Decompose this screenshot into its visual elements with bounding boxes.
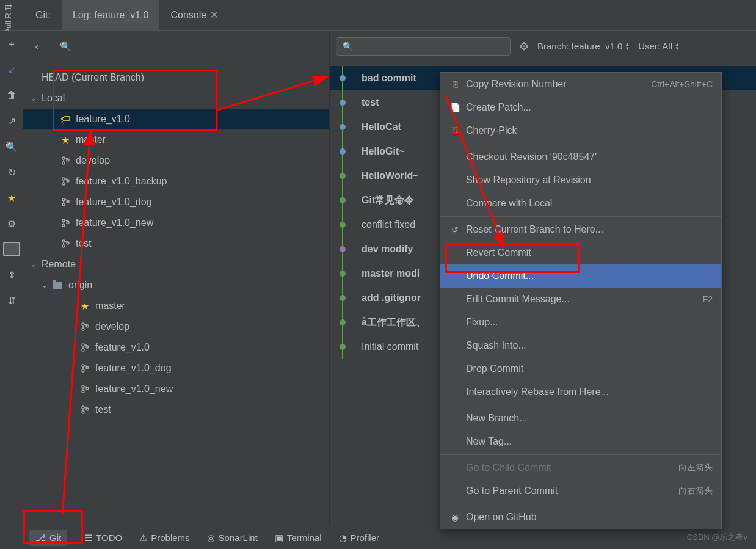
branch-filter[interactable]: Branch: feature_v1.0▲▼ [537, 41, 630, 51]
svg-point-27 [82, 406, 84, 409]
svg-point-28 [82, 411, 84, 413]
tree-local-develop[interactable]: develop [23, 150, 329, 171]
plus-icon[interactable]: ＋ [4, 37, 19, 51]
tree-remote-test[interactable]: test [23, 399, 329, 420]
expand-icon[interactable]: ⇕ [4, 267, 19, 282]
svg-point-15 [82, 323, 84, 325]
ctx-drop[interactable]: Drop Commit [440, 357, 721, 380]
ctx-copy-revision[interactable]: ⎘Copy Revision NumberCtrl+Alt+Shift+C [440, 73, 721, 96]
star-icon[interactable]: ★ [4, 191, 19, 205]
patch-icon: 📄 [449, 103, 461, 112]
tab-log[interactable]: Log: feature_v1.0 [62, 0, 160, 31]
ctx-fixup[interactable]: Fixup... [440, 311, 721, 334]
ctx-show-repo[interactable]: Show Repository at Revision [440, 169, 721, 192]
svg-point-3 [62, 178, 65, 180]
ctx-edit-message[interactable]: Edit Commit Message...F2 [440, 288, 721, 311]
svg-point-7 [62, 203, 65, 206]
context-menu: ⎘Copy Revision NumberCtrl+Alt+Shift+C 📄C… [440, 72, 722, 529]
svg-point-0 [62, 157, 65, 159]
ctx-checkout[interactable]: Checkout Revision '90c48547' [440, 145, 721, 169]
tree-local-feature_v1.0_new[interactable]: feature_v1.0_new [23, 213, 329, 233]
ctx-revert[interactable]: Revert Commit [440, 241, 721, 264]
tree-remote-feature_v1.0[interactable]: feature_v1.0 [23, 337, 329, 358]
git-label: Git: [24, 0, 62, 31]
ctx-compare[interactable]: Compare with Local [440, 192, 721, 215]
bb-profiler[interactable]: ◔ Profiler [339, 533, 380, 544]
tree-head[interactable]: HEAD (Current Branch) [23, 67, 329, 88]
tree-local-feature_v1.0[interactable]: 🏷feature_v1.0 [23, 109, 329, 129]
tree-local-feature_v1.0_dog[interactable]: feature_v1.0_dog [23, 192, 329, 213]
ctx-squash[interactable]: Squash Into... [440, 334, 721, 357]
tree-local-test[interactable]: test [23, 233, 329, 254]
github-icon: ◉ [449, 512, 461, 522]
svg-point-12 [62, 240, 65, 242]
delete-icon[interactable]: 🗑 [4, 88, 19, 103]
left-toolbar: ＋ ↙ 🗑 ↗ 🔍 ↻ ★ ⚙ ⇕ ⇵ [0, 31, 23, 549]
ctx-new-tag[interactable]: New Tag... [440, 430, 721, 453]
svg-point-4 [62, 183, 65, 185]
bb-sonarlint[interactable]: ◎ SonarLint [207, 533, 258, 544]
copy-icon: ⎘ [449, 79, 461, 89]
search-icon[interactable]: 🔍 [4, 139, 19, 154]
top-tabs: Git: Log: feature_v1.0 Console✕ [0, 0, 756, 31]
commit-search[interactable]: 🔍 [336, 37, 511, 56]
watermark: CSDN @乐之者v [687, 532, 747, 543]
ctx-child-commit: Go to Child Commit向左箭头 [440, 456, 721, 479]
ctx-undo-commit[interactable]: Undo Commit... [440, 264, 721, 288]
ctx-parent-commit[interactable]: Go to Parent Commit向右箭头 [440, 479, 721, 503]
back-button[interactable]: ‹ [23, 31, 51, 62]
settings-icon[interactable]: ⚙ [4, 216, 19, 231]
undo-icon: ↺ [449, 225, 461, 235]
ctx-open-github[interactable]: ◉Open on GitHub [440, 506, 721, 529]
ctx-cherry-pick[interactable]: 🍒Cherry-Pick [440, 119, 721, 142]
svg-point-6 [62, 198, 65, 201]
presentation-icon[interactable] [3, 242, 20, 256]
gear-icon[interactable]: ⚙ [519, 40, 529, 53]
ctx-new-branch[interactable]: New Branch... [440, 407, 721, 430]
tree-local[interactable]: ⌄Local [23, 88, 329, 109]
svg-point-9 [62, 219, 65, 222]
tree-remote-master[interactable]: ★master [23, 296, 329, 316]
svg-point-22 [82, 369, 84, 372]
svg-point-19 [82, 349, 84, 351]
refresh-icon[interactable]: ↻ [4, 165, 19, 180]
user-filter[interactable]: User: All▲▼ [638, 41, 680, 51]
push-icon[interactable]: ↗ [4, 114, 19, 128]
branches-panel: ‹ 🔍 HEAD (Current Branch)⌄Local🏷feature_… [23, 31, 330, 549]
close-icon[interactable]: ✕ [210, 9, 218, 21]
tree-remote[interactable]: ⌄Remote [23, 254, 329, 275]
tree-remote-feature_v1.0_new[interactable]: feature_v1.0_new [23, 379, 329, 399]
collapse-icon[interactable]: ⇵ [4, 293, 19, 308]
svg-point-25 [82, 390, 84, 393]
svg-point-13 [62, 245, 65, 247]
tab-console[interactable]: Console✕ [159, 0, 229, 31]
ctx-rebase[interactable]: Interactively Rebase from Here... [440, 380, 721, 404]
svg-point-16 [82, 328, 84, 330]
ctx-reset[interactable]: ↺Reset Current Branch to Here... [440, 218, 721, 241]
ctx-create-patch[interactable]: 📄Create Patch... [440, 96, 721, 119]
branch-search[interactable]: 🔍 [51, 31, 329, 62]
svg-point-24 [82, 385, 84, 388]
svg-point-1 [62, 162, 65, 164]
update-icon[interactable]: ↙ [4, 62, 19, 77]
svg-point-18 [82, 344, 84, 346]
tree-remote-develop[interactable]: develop [23, 316, 329, 337]
svg-point-21 [82, 365, 84, 367]
bb-git[interactable]: ⎇ Git [29, 530, 67, 546]
tree-origin[interactable]: ⌄origin [23, 275, 329, 296]
tree-local-master[interactable]: ★master [23, 129, 329, 150]
bb-todo[interactable]: ☰ TODO [84, 533, 122, 544]
svg-point-10 [62, 224, 65, 227]
cherry-icon: 🍒 [449, 126, 461, 136]
tree-local-feature_v1.0_backup[interactable]: feature_v1.0_backup [23, 171, 329, 192]
bb-problems[interactable]: ⚠ Problems [139, 533, 189, 544]
bb-terminal[interactable]: ▣ Terminal [275, 533, 322, 544]
tree-remote-feature_v1.0_dog[interactable]: feature_v1.0_dog [23, 358, 329, 379]
